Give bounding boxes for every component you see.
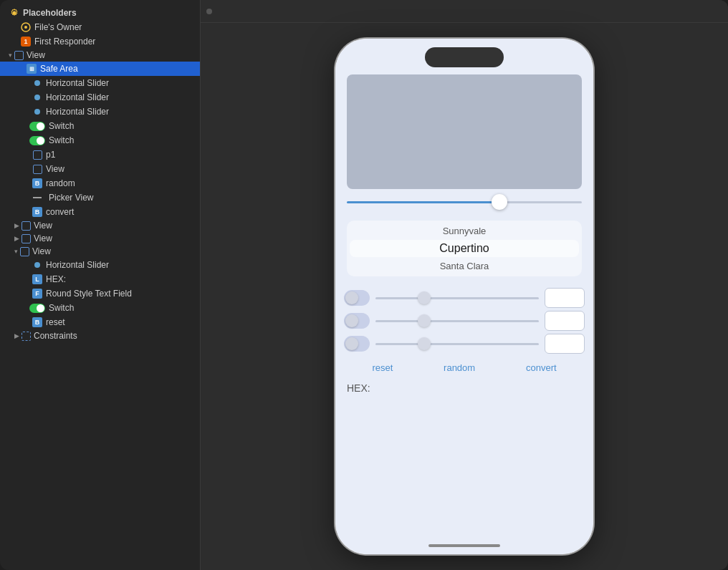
chevron-right-icon-constraints: ▶	[14, 332, 19, 339]
main-canvas: Sunnyvale Cupertino Santa Clara	[201, 0, 728, 570]
sidebar: Placeholders File's Owner 1 First Respon…	[0, 0, 201, 570]
view-inner-icon	[32, 163, 43, 175]
picker-item-sunnyvale[interactable]: Sunnyvale	[347, 223, 582, 238]
h-slider-4-label: Horizontal Slider	[46, 260, 194, 270]
rgb-slider-track-3[interactable]	[375, 343, 539, 345]
rgb-textfield-2[interactable]	[545, 311, 585, 331]
rgb-slider-track-2[interactable]	[375, 320, 539, 322]
rgb-textfield-3[interactable]	[545, 334, 585, 354]
rgb-switch-3[interactable]	[344, 336, 370, 352]
h-slider-1-icon	[32, 77, 43, 89]
phone-slider-thumb[interactable]	[492, 194, 507, 210]
round-style-tf-icon: F	[32, 288, 43, 299]
sidebar-item-h-slider-1[interactable]: Horizontal Slider	[0, 76, 200, 90]
p1-icon	[32, 149, 43, 160]
rgb-slider-thumb-1[interactable]	[418, 291, 431, 304]
chevron-down-icon-v4: ▾	[14, 248, 18, 255]
sidebar-item-view-4[interactable]: ▾ View	[0, 245, 200, 258]
sidebar-item-view-inner[interactable]: View	[0, 162, 200, 176]
top-bar-dot	[206, 9, 212, 14]
sidebar-item-files-owner[interactable]: File's Owner	[0, 20, 200, 34]
action-buttons: reset random convert	[335, 359, 593, 376]
phone-screen: Sunnyvale Cupertino Santa Clara	[335, 39, 593, 554]
rgb-rows	[335, 282, 593, 359]
phone-slider-container	[335, 189, 593, 215]
rgb-row-1	[344, 288, 585, 308]
home-indicator	[428, 544, 500, 547]
view-3-label: View	[34, 233, 52, 243]
h-slider-1-label: Horizontal Slider	[46, 78, 194, 88]
h-slider-3-icon	[32, 106, 43, 117]
h-slider-3-label: Horizontal Slider	[46, 107, 194, 117]
reset-icon: B	[32, 317, 43, 328]
view-2-label: View	[34, 221, 52, 231]
round-style-tf-label: Round Style Text Field	[46, 289, 194, 299]
view-4-icon	[20, 247, 29, 256]
sidebar-item-switch-3[interactable]: Switch	[0, 301, 200, 315]
chevron-right-icon-v2: ▶	[14, 222, 19, 229]
sidebar-item-h-slider-3[interactable]: Horizontal Slider	[0, 105, 200, 119]
p1-label: p1	[46, 150, 194, 160]
color-preview-rect	[347, 74, 582, 189]
top-bar	[201, 0, 728, 23]
rgb-textfield-1[interactable]	[545, 288, 585, 308]
sidebar-item-view-root[interactable]: ▾ View	[0, 49, 200, 62]
reset-label: reset	[46, 317, 194, 327]
picker-view-label: Picker View	[49, 193, 194, 203]
gear-icon	[9, 7, 20, 19]
picker-area[interactable]: Sunnyvale Cupertino Santa Clara	[347, 221, 582, 276]
switch-1-icon	[32, 120, 43, 132]
sidebar-item-hex[interactable]: L HEX:	[0, 272, 200, 286]
convert-button[interactable]: convert	[526, 362, 557, 373]
sidebar-item-constraints[interactable]: ▶ Constraints	[0, 329, 200, 342]
hex-label: HEX:	[46, 274, 194, 284]
sidebar-item-h-slider-2[interactable]: Horizontal Slider	[0, 90, 200, 105]
rgb-switch-2[interactable]	[344, 313, 370, 329]
sidebar-item-p1[interactable]: p1	[0, 148, 200, 162]
rgb-switch-1[interactable]	[344, 290, 370, 306]
view-2-icon	[21, 221, 31, 231]
reset-button[interactable]: reset	[372, 362, 393, 373]
sidebar-item-reset[interactable]: B reset	[0, 315, 200, 329]
safe-area-label: Safe Area	[40, 64, 194, 74]
rgb-slider-thumb-3[interactable]	[418, 337, 431, 350]
sidebar-item-switch-1[interactable]: Switch	[0, 119, 200, 133]
picker-item-santa-clara[interactable]: Santa Clara	[347, 259, 582, 274]
safe-area-icon: ⊞	[26, 63, 37, 74]
sidebar-item-placeholders-header: Placeholders	[0, 6, 200, 20]
rgb-row-3	[344, 334, 585, 354]
sidebar-item-round-style-tf[interactable]: F Round Style Text Field	[0, 286, 200, 301]
rgb-slider-thumb-2[interactable]	[418, 314, 431, 327]
first-responder-icon: 1	[20, 36, 32, 47]
h-slider-4-icon	[32, 259, 43, 271]
sidebar-item-convert[interactable]: B convert	[0, 205, 200, 219]
svg-point-2	[24, 26, 27, 29]
h-slider-2-label: Horizontal Slider	[46, 92, 194, 102]
picker-icon	[32, 192, 43, 203]
sidebar-item-switch-2[interactable]: Switch	[0, 133, 200, 148]
sidebar-item-safe-area[interactable]: ⊞ Safe Area	[0, 62, 200, 76]
phone-slider-track[interactable]	[347, 201, 582, 203]
first-responder-label: First Responder	[34, 37, 194, 47]
phone-frame: Sunnyvale Cupertino Santa Clara	[335, 39, 593, 554]
sidebar-item-view-3[interactable]: ▶ View	[0, 232, 200, 245]
sidebar-item-random[interactable]: B random	[0, 176, 200, 190]
view-inner-label: View	[46, 164, 194, 174]
random-icon: B	[32, 178, 43, 189]
constraints-label: Constraints	[34, 331, 77, 341]
files-owner-icon	[20, 21, 32, 33]
phone-notch	[425, 47, 504, 67]
sidebar-item-picker-view[interactable]: Picker View	[0, 190, 200, 205]
hex-display-label: HEX:	[347, 382, 370, 394]
rgb-slider-track-1[interactable]	[375, 297, 539, 299]
switch-3-label: Switch	[49, 303, 194, 313]
sidebar-item-first-responder[interactable]: 1 First Responder	[0, 34, 200, 49]
random-label: random	[46, 178, 194, 188]
sidebar-item-view-2[interactable]: ▶ View	[0, 219, 200, 232]
rgb-row-2	[344, 311, 585, 331]
random-button[interactable]: random	[444, 362, 475, 373]
sidebar-item-h-slider-4[interactable]: Horizontal Slider	[0, 258, 200, 272]
picker-item-cupertino[interactable]: Cupertino	[350, 240, 579, 257]
hex-area: HEX:	[335, 376, 593, 400]
h-slider-2-icon	[32, 92, 43, 103]
